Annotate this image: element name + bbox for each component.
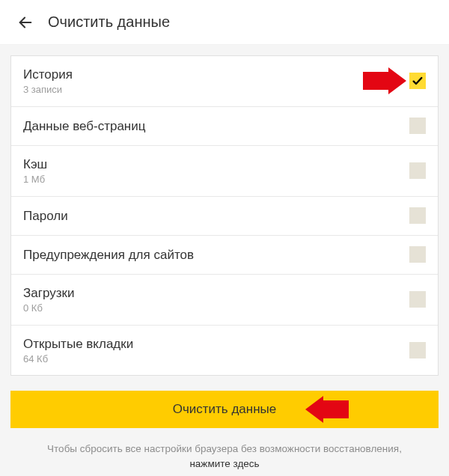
row-text: Открытые вкладки 64 Кб bbox=[23, 336, 409, 365]
row-label: История bbox=[23, 67, 409, 82]
row-text: Кэш 1 Мб bbox=[23, 156, 409, 186]
row-text: Предупреждения для сайтов bbox=[23, 247, 409, 263]
row-sub: 1 Мб bbox=[23, 174, 409, 186]
row-text: История 3 записи bbox=[23, 67, 409, 96]
row-history[interactable]: История 3 записи bbox=[11, 56, 438, 107]
checkbox-passwords[interactable] bbox=[409, 207, 426, 224]
checkbox-webdata[interactable] bbox=[409, 118, 426, 134]
footer-text: Чтобы сбросить все настройки браузера бе… bbox=[47, 443, 402, 454]
svg-marker-2 bbox=[305, 396, 349, 423]
clear-data-button[interactable]: Очистить данные bbox=[10, 391, 439, 428]
row-label: Загрузки bbox=[23, 285, 409, 301]
checkbox-downloads[interactable] bbox=[409, 291, 426, 308]
row-label: Кэш bbox=[23, 156, 409, 172]
checkbox-history[interactable] bbox=[409, 73, 426, 89]
row-label: Данные веб-страниц bbox=[23, 118, 409, 134]
row-text: Данные веб-страниц bbox=[23, 118, 409, 134]
row-text: Пароли bbox=[23, 208, 409, 224]
row-sitewarnings[interactable]: Предупреждения для сайтов bbox=[11, 236, 438, 275]
row-label: Пароли bbox=[23, 208, 409, 224]
data-types-list: История 3 записи Данные веб-страниц Кэш … bbox=[10, 55, 439, 376]
row-label: Открытые вкладки bbox=[23, 336, 409, 352]
back-button[interactable] bbox=[12, 9, 39, 36]
arrow-left-icon bbox=[17, 14, 34, 31]
checkbox-cache[interactable] bbox=[409, 162, 426, 179]
footer-note: Чтобы сбросить все настройки браузера бе… bbox=[15, 442, 434, 471]
header: Очистить данные bbox=[0, 0, 449, 45]
checkbox-sitewarnings[interactable] bbox=[409, 246, 426, 263]
clear-button-label: Очистить данные bbox=[173, 402, 277, 417]
highlight-arrow-icon bbox=[305, 396, 349, 423]
row-sub: 3 записи bbox=[23, 84, 409, 96]
row-label: Предупреждения для сайтов bbox=[23, 247, 409, 263]
row-text: Загрузки 0 Кб bbox=[23, 285, 409, 314]
row-cache[interactable]: Кэш 1 Мб bbox=[11, 146, 438, 197]
row-sub: 0 Кб bbox=[23, 302, 409, 314]
row-opentabs[interactable]: Открытые вкладки 64 Кб bbox=[11, 326, 438, 376]
row-downloads[interactable]: Загрузки 0 Кб bbox=[11, 275, 438, 326]
row-webdata[interactable]: Данные веб-страниц bbox=[11, 107, 438, 146]
reset-link[interactable]: нажмите здесь bbox=[189, 458, 259, 469]
page-title: Очистить данные bbox=[48, 13, 170, 31]
check-icon bbox=[412, 75, 424, 87]
row-passwords[interactable]: Пароли bbox=[11, 197, 438, 236]
checkbox-opentabs[interactable] bbox=[409, 342, 426, 358]
row-sub: 64 Кб bbox=[23, 353, 409, 365]
